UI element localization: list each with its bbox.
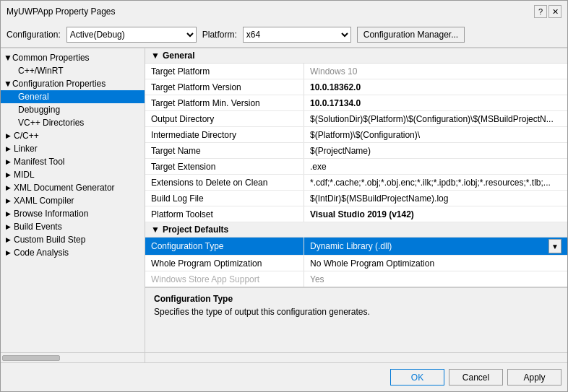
prop-value: Yes <box>304 271 567 287</box>
prop-value: $(ProjectName) <box>304 143 567 158</box>
footer: OK Cancel Apply <box>1 362 567 391</box>
tree-item-label: Linker <box>14 144 38 154</box>
tree-item-cppwinrt[interactable]: C++/WinRT <box>1 64 145 77</box>
common-properties-label: Common Properties <box>12 53 90 63</box>
prop-row-extensions-delete[interactable]: Extensions to Delete on Clean *.cdf;*.ca… <box>145 175 567 191</box>
prop-value: .exe <box>304 159 567 174</box>
prop-name: Windows Store App Support <box>145 271 304 287</box>
tree-item-browse-info[interactable]: ▶ Browse Information <box>1 207 145 220</box>
apply-button[interactable]: Apply <box>507 369 561 386</box>
prop-row-target-platform-version[interactable]: Target Platform Version 10.0.18362.0 <box>145 79 567 95</box>
description-title: Configuration Type <box>154 294 559 304</box>
main-content: ▼ Common Properties C++/WinRT ▼ Configur… <box>1 48 567 352</box>
chevron-right-icon: ▶ <box>4 196 12 205</box>
tree-item-label: Manifest Tool <box>14 157 64 167</box>
tree-item-xaml-compiler[interactable]: ▶ XAML Compiler <box>1 194 145 207</box>
prop-name: Output Directory <box>145 111 304 126</box>
common-properties-header[interactable]: ▼ Common Properties <box>1 51 145 64</box>
title-bar: MyUWPApp Property Pages ? ✕ <box>1 1 567 22</box>
tree-item-label: XML Document Generator <box>14 183 115 193</box>
tree-item-build-events[interactable]: ▶ Build Events <box>1 220 145 233</box>
horizontal-scroll-area <box>1 352 567 362</box>
tree-item-vcdirs[interactable]: VC++ Directories <box>1 116 145 129</box>
config-properties-header[interactable]: ▼ Configuration Properties <box>1 77 145 90</box>
title-controls: ? ✕ <box>534 5 561 18</box>
prop-row-output-dir[interactable]: Output Directory $(SolutionDir)$(Platfor… <box>145 111 567 127</box>
prop-row-build-log[interactable]: Build Log File $(IntDir)$(MSBuildProject… <box>145 191 567 206</box>
config-select[interactable]: Active(Debug) <box>66 27 197 43</box>
general-section-header: ▼ General <box>145 48 567 64</box>
dialog-title: MyUWPApp Property Pages <box>7 6 116 17</box>
chevron-right-icon: ▶ <box>4 209 12 218</box>
prop-name: Target Platform Version <box>145 79 304 95</box>
ok-button[interactable]: OK <box>390 369 444 386</box>
tree-item-cpp[interactable]: ▶ C/C++ <box>1 129 145 142</box>
config-properties-label: Configuration Properties <box>12 79 106 89</box>
prop-name: Target Platform Min. Version <box>145 95 304 110</box>
tree-item-label: Custom Build Step <box>14 235 85 245</box>
config-type-dropdown-btn[interactable]: ▼ <box>548 239 561 253</box>
description-text: Specifies the type of output this config… <box>154 307 559 317</box>
section-collapse-icon: ▼ <box>151 51 160 61</box>
cancel-button[interactable]: Cancel <box>449 369 503 386</box>
prop-name: Intermediate Directory <box>145 127 304 142</box>
tree-item-midl[interactable]: ▶ MIDL <box>1 168 145 181</box>
prop-name: Platform Toolset <box>145 206 304 222</box>
prop-value: *.cdf;*.cache;*.obj;*.obj.enc;*.ilk;*.ip… <box>304 175 567 190</box>
project-defaults-section-header: ▼ Project Defaults <box>145 222 567 238</box>
prop-value: $(SolutionDir)$(Platform)\$(Configuratio… <box>304 111 567 126</box>
tree-item-label: VC++ Directories <box>18 118 84 128</box>
description-area: Configuration Type Specifies the type of… <box>145 287 567 352</box>
prop-name: Configuration Type <box>145 238 304 255</box>
prop-name: Target Extension <box>145 159 304 174</box>
chevron-right-icon: ▶ <box>4 235 12 244</box>
left-scroll-track-container <box>1 353 145 363</box>
prop-row-target-ext[interactable]: Target Extension .exe <box>145 159 567 175</box>
properties-area: ▼ General Target Platform Windows 10 Tar… <box>145 48 567 287</box>
prop-row-platform-toolset[interactable]: Platform Toolset Visual Studio 2019 (v14… <box>145 206 567 222</box>
prop-name: Target Name <box>145 143 304 158</box>
left-tree-panel: ▼ Common Properties C++/WinRT ▼ Configur… <box>1 48 145 352</box>
tree-item-label: Code Analysis <box>14 248 69 258</box>
prop-row-windows-store-support: Windows Store App Support Yes <box>145 271 567 287</box>
right-panel: ▼ General Target Platform Windows 10 Tar… <box>145 48 567 352</box>
help-button[interactable]: ? <box>534 5 547 18</box>
tree-item-debugging[interactable]: Debugging <box>1 103 145 116</box>
prop-value: $(IntDir)$(MSBuildProjectName).log <box>304 191 567 206</box>
platform-label: Platform: <box>202 30 237 40</box>
prop-name: Build Log File <box>145 191 304 206</box>
right-scroll-spacer <box>145 353 567 362</box>
left-scroll-thumb[interactable] <box>2 355 60 361</box>
tree-item-label: Debugging <box>18 105 60 115</box>
property-pages-dialog: MyUWPApp Property Pages ? ✕ Configuratio… <box>0 0 568 392</box>
tree-item-xml-doc-gen[interactable]: ▶ XML Document Generator <box>1 181 145 194</box>
prop-row-intermediate-dir[interactable]: Intermediate Directory $(Platform)\$(Con… <box>145 127 567 143</box>
chevron-right-icon: ▶ <box>4 183 12 192</box>
prop-row-config-type[interactable]: Configuration Type Dynamic Library (.dll… <box>145 238 567 256</box>
tree-item-label: C/C++ <box>14 131 39 141</box>
prop-row-whole-program-opt[interactable]: Whole Program Optimization No Whole Prog… <box>145 256 567 271</box>
tree-item-label: C++/WinRT <box>18 66 63 76</box>
config-manager-button[interactable]: Configuration Manager... <box>357 27 465 43</box>
prop-value: 10.0.18362.0 <box>304 79 567 95</box>
tree-item-code-analysis[interactable]: ▶ Code Analysis <box>1 246 145 259</box>
prop-name: Whole Program Optimization <box>145 256 304 271</box>
toolbar: Configuration: Active(Debug) Platform: x… <box>1 22 567 48</box>
config-label: Configuration: <box>7 30 61 40</box>
chevron-right-icon: ▶ <box>4 222 12 231</box>
tree-item-general[interactable]: General <box>1 90 145 103</box>
prop-value: Windows 10 <box>304 64 567 79</box>
close-button[interactable]: ✕ <box>548 5 561 18</box>
tree-item-linker[interactable]: ▶ Linker <box>1 142 145 155</box>
tree-item-label: Browse Information <box>14 209 88 219</box>
prop-row-target-platform-min[interactable]: Target Platform Min. Version 10.0.17134.… <box>145 95 567 111</box>
prop-name: Extensions to Delete on Clean <box>145 175 304 190</box>
prop-name: Target Platform <box>145 64 304 79</box>
tree-item-manifest-tool[interactable]: ▶ Manifest Tool <box>1 155 145 168</box>
chevron-right-icon: ▶ <box>4 157 12 166</box>
platform-select[interactable]: x64 <box>243 27 351 43</box>
prop-value-with-dropdown: Dynamic Library (.dll) ▼ <box>304 238 567 255</box>
section-label: General <box>163 51 195 61</box>
tree-item-custom-build[interactable]: ▶ Custom Build Step <box>1 233 145 246</box>
prop-row-target-name[interactable]: Target Name $(ProjectName) <box>145 143 567 159</box>
